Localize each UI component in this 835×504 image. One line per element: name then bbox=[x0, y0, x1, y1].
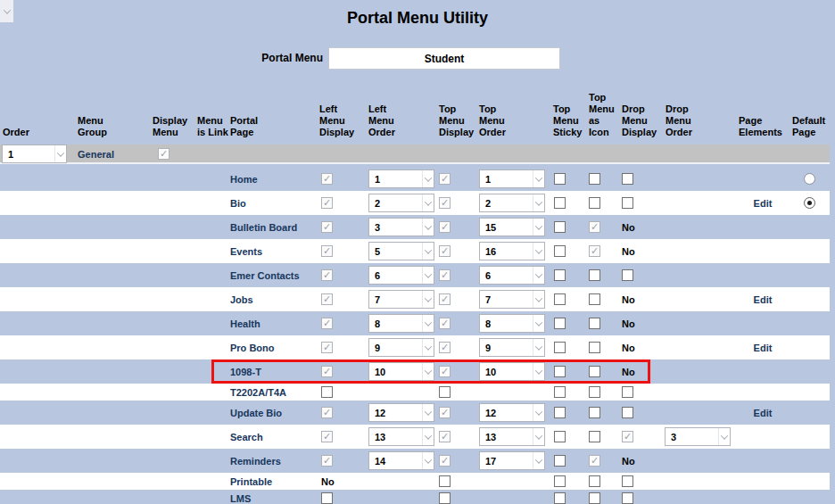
checkbox-checked[interactable]: ✓ bbox=[439, 269, 451, 281]
checkbox-checked[interactable]: ✓ bbox=[589, 221, 600, 233]
checkbox-unchecked[interactable] bbox=[622, 269, 633, 281]
checkbox-checked[interactable]: ✓ bbox=[622, 431, 633, 442]
checkbox-checked[interactable]: ✓ bbox=[321, 197, 333, 209]
checkbox-checked[interactable]: ✓ bbox=[439, 366, 451, 377]
checkbox-checked[interactable]: ✓ bbox=[439, 342, 451, 353]
checkbox-checked[interactable]: ✓ bbox=[439, 318, 451, 329]
checkbox-checked[interactable]: ✓ bbox=[321, 342, 333, 353]
portal-page-link[interactable]: Printable bbox=[230, 476, 272, 487]
checkbox-unchecked[interactable] bbox=[622, 197, 633, 209]
order-select[interactable]: 5 bbox=[368, 242, 434, 260]
checkbox-unchecked[interactable] bbox=[554, 455, 566, 467]
checkbox-checked[interactable]: ✓ bbox=[439, 197, 451, 209]
order-select[interactable]: 12 bbox=[479, 403, 545, 422]
checkbox-unchecked[interactable] bbox=[554, 431, 566, 442]
edit-link[interactable]: Edit bbox=[754, 343, 773, 353]
checkbox-unchecked[interactable] bbox=[589, 342, 600, 353]
order-select[interactable]: 16 bbox=[479, 242, 545, 260]
checkbox-unchecked[interactable] bbox=[589, 475, 600, 487]
checkbox-unchecked[interactable] bbox=[622, 173, 633, 185]
portal-page-link[interactable]: Home bbox=[230, 174, 258, 185]
order-select[interactable]: 6 bbox=[368, 266, 434, 285]
checkbox-unchecked[interactable] bbox=[554, 492, 566, 504]
checkbox-checked[interactable]: ✓ bbox=[321, 318, 333, 329]
checkbox-unchecked[interactable] bbox=[554, 318, 566, 329]
default-page-radio[interactable] bbox=[804, 197, 815, 209]
checkbox-unchecked[interactable] bbox=[589, 197, 600, 209]
order-select[interactable]: 9 bbox=[368, 338, 434, 357]
checkbox-unchecked[interactable] bbox=[554, 293, 566, 305]
edit-link[interactable]: Edit bbox=[754, 408, 773, 418]
edit-link[interactable]: Edit bbox=[754, 198, 773, 209]
checkbox-checked[interactable]: ✓ bbox=[439, 431, 451, 442]
checkbox-unchecked[interactable] bbox=[589, 431, 600, 442]
portal-page-link[interactable]: 1098-T bbox=[230, 367, 261, 377]
checkbox-unchecked[interactable] bbox=[554, 269, 566, 281]
checkbox-checked[interactable]: ✓ bbox=[439, 455, 451, 467]
order-select[interactable]: 7 bbox=[479, 290, 545, 309]
checkbox-unchecked[interactable] bbox=[622, 492, 633, 504]
portal-page-link[interactable]: Update Bio bbox=[230, 408, 282, 418]
checkbox-unchecked[interactable] bbox=[321, 386, 333, 398]
order-select[interactable]: 13 bbox=[368, 427, 434, 446]
checkbox-checked[interactable]: ✓ bbox=[439, 221, 451, 233]
checkbox-unchecked[interactable] bbox=[589, 492, 600, 504]
checkbox-checked[interactable]: ✓ bbox=[321, 407, 333, 418]
checkbox-unchecked[interactable] bbox=[589, 293, 600, 305]
portal-menu-select[interactable]: Student bbox=[328, 47, 560, 70]
portal-page-link[interactable]: Pro Bono bbox=[230, 343, 275, 353]
order-select[interactable]: 8 bbox=[368, 314, 434, 333]
group-order-select[interactable]: 1 bbox=[2, 145, 67, 163]
checkbox-checked[interactable]: ✓ bbox=[321, 455, 333, 467]
checkbox-unchecked[interactable] bbox=[554, 197, 566, 209]
order-select[interactable]: 1 bbox=[479, 169, 545, 188]
checkbox-checked[interactable]: ✓ bbox=[321, 245, 333, 257]
portal-page-link[interactable]: Emer Contacts bbox=[230, 270, 300, 281]
checkbox-unchecked[interactable] bbox=[589, 407, 600, 418]
order-select[interactable]: 10 bbox=[368, 362, 434, 381]
order-select[interactable]: 1 bbox=[368, 169, 434, 188]
checkbox-unchecked[interactable] bbox=[589, 173, 600, 185]
edit-link[interactable]: Edit bbox=[754, 294, 773, 305]
portal-page-link[interactable]: Search bbox=[230, 432, 263, 442]
checkbox-checked[interactable]: ✓ bbox=[439, 173, 451, 185]
portal-page-link[interactable]: Bulletin Board bbox=[230, 222, 297, 233]
order-select[interactable]: 10 bbox=[479, 362, 545, 381]
checkbox-checked[interactable]: ✓ bbox=[321, 269, 333, 281]
portal-page-link[interactable]: LMS bbox=[230, 493, 251, 504]
checkbox-checked[interactable]: ✓ bbox=[439, 245, 451, 257]
checkbox-unchecked[interactable] bbox=[622, 407, 633, 418]
portal-page-link[interactable]: Events bbox=[230, 246, 262, 257]
order-select[interactable]: 13 bbox=[479, 427, 545, 446]
checkbox-checked[interactable]: ✓ bbox=[321, 173, 333, 185]
order-select[interactable]: 3 bbox=[368, 218, 434, 236]
checkbox-unchecked[interactable] bbox=[439, 386, 451, 398]
portal-page-link[interactable]: Health bbox=[230, 318, 260, 329]
checkbox-unchecked[interactable] bbox=[589, 386, 600, 398]
checkbox-checked[interactable]: ✓ bbox=[158, 148, 169, 160]
portal-page-link[interactable]: Jobs bbox=[230, 294, 253, 305]
checkbox-unchecked[interactable] bbox=[439, 475, 451, 487]
portal-page-link[interactable]: T2202A/T4A bbox=[230, 387, 286, 398]
checkbox-checked[interactable]: ✓ bbox=[589, 245, 600, 257]
order-select[interactable]: 8 bbox=[479, 314, 545, 333]
portal-page-link[interactable]: Bio bbox=[230, 198, 246, 209]
portal-page-link[interactable]: Reminders bbox=[230, 456, 281, 467]
checkbox-unchecked[interactable] bbox=[554, 475, 566, 487]
checkbox-unchecked[interactable] bbox=[589, 366, 600, 377]
order-select[interactable]: 17 bbox=[479, 451, 545, 470]
checkbox-unchecked[interactable] bbox=[554, 366, 566, 377]
checkbox-checked[interactable]: ✓ bbox=[589, 455, 600, 467]
checkbox-checked[interactable]: ✓ bbox=[321, 221, 333, 233]
order-select[interactable]: 15 bbox=[479, 218, 545, 236]
checkbox-unchecked[interactable] bbox=[554, 386, 566, 398]
order-select[interactable]: 2 bbox=[368, 194, 434, 212]
order-select[interactable]: 2 bbox=[479, 194, 545, 212]
checkbox-unchecked[interactable] bbox=[554, 342, 566, 353]
checkbox-checked[interactable]: ✓ bbox=[321, 366, 333, 377]
checkbox-unchecked[interactable] bbox=[321, 492, 333, 504]
default-page-radio[interactable] bbox=[804, 173, 815, 185]
order-select[interactable]: 12 bbox=[368, 403, 434, 422]
checkbox-checked[interactable]: ✓ bbox=[321, 293, 333, 305]
order-select[interactable]: 6 bbox=[479, 266, 545, 285]
